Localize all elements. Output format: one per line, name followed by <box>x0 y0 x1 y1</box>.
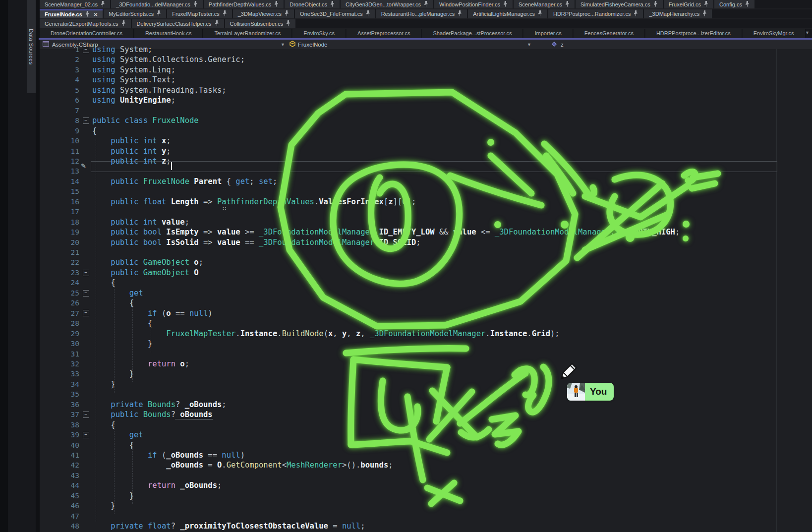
code-line[interactable]: 48 private float? _proximityToClosestObs… <box>40 521 365 532</box>
code-text: public FruxelNode Parent { get; set; } <box>92 177 287 186</box>
presenter-chip: You <box>567 383 614 401</box>
code-line[interactable]: 45 } <box>40 491 134 501</box>
line-number: 31 <box>40 349 79 359</box>
line-number: 23 <box>40 268 79 278</box>
code-text: private float? _proximityToClosestObstac… <box>92 521 365 531</box>
line-number: 41 <box>40 450 79 460</box>
code-line[interactable]: 32 return o; <box>40 359 189 369</box>
line-number: 12 <box>40 156 79 166</box>
code-line[interactable]: 38 { <box>40 419 116 430</box>
ide-window: Data Sources SceneManager_02.cs_3DFounda… <box>0 0 812 532</box>
line-number: 39 <box>40 430 79 440</box>
code-line[interactable]: 39− get <box>40 430 143 440</box>
code-line[interactable]: 10 public int x; <box>40 136 171 146</box>
data-sources-panel-tab[interactable]: Data Sources <box>27 0 36 93</box>
code-line[interactable]: 23− public GameObject O <box>40 268 199 278</box>
code-line[interactable]: 41 if (_oBounds == null) <box>40 450 245 461</box>
code-line[interactable]: 24 { <box>40 278 116 288</box>
code-line[interactable]: 17 <box>40 207 92 217</box>
code-line[interactable]: 4using System.Text; <box>40 75 175 85</box>
code-line[interactable]: 9{ <box>40 125 97 136</box>
code-line[interactable]: 26 { <box>40 298 134 308</box>
code-text: public int value; <box>92 217 189 227</box>
code-text: using System.Collections.Generic; <box>92 55 245 64</box>
code-line[interactable]: 15 <box>40 186 92 197</box>
line-number: 28 <box>40 318 79 328</box>
code-text: public int x; <box>92 136 171 146</box>
line-number: 29 <box>40 329 79 339</box>
indent-guide <box>132 444 133 504</box>
line-number: 10 <box>40 136 79 146</box>
code-line[interactable]: 33 } <box>40 369 134 379</box>
code-text: public bool IsEmpty => value >= _3DFound… <box>92 227 680 237</box>
code-line[interactable]: 34 } <box>40 379 116 390</box>
line-number: 42 <box>40 460 79 470</box>
code-line[interactable]: 11 public int y; <box>40 146 171 156</box>
code-line[interactable]: 14 public FruxelNode Parent { get; set; … <box>40 177 287 187</box>
code-line[interactable]: 21 <box>40 247 92 258</box>
line-number: 4 <box>40 75 79 85</box>
fold-collapse-icon[interactable]: − <box>83 310 89 316</box>
code-text: using System.Threading.Tasks; <box>92 85 227 95</box>
code-line[interactable]: 25− get <box>40 288 143 298</box>
code-line[interactable]: 19 public bool IsEmpty => value >= _3DFo… <box>40 227 680 237</box>
code-line[interactable]: 27− if (o == null) <box>40 308 213 318</box>
fold-collapse-icon[interactable]: − <box>83 270 89 276</box>
code-text: return _oBounds; <box>92 480 222 490</box>
code-line[interactable]: 29 FruxelMapTester.Instance.BuildNode(x,… <box>40 328 560 339</box>
code-line[interactable]: 1−using System; <box>40 45 152 55</box>
code-line[interactable]: 18 public int value; <box>40 217 189 227</box>
code-text: public GameObject O <box>92 268 199 278</box>
code-text: FruxelMapTester.Instance.BuildNode(x, y,… <box>92 329 560 339</box>
fold-collapse-icon[interactable]: − <box>83 432 89 438</box>
code-line[interactable]: 44 return _oBounds; <box>40 480 222 491</box>
line-number: 22 <box>40 257 79 267</box>
code-text: using System.Text; <box>92 75 175 85</box>
code-line[interactable]: 37− public Bounds? oBounds <box>40 410 213 420</box>
code-line[interactable]: 36 private Bounds? _oBounds; <box>40 400 227 410</box>
code-line[interactable]: 46 } <box>40 501 116 511</box>
fold-collapse-icon[interactable]: − <box>83 412 89 418</box>
code-text: public Bounds? oBounds <box>92 410 213 419</box>
indent-guide <box>114 282 115 393</box>
line-number: 46 <box>40 501 79 511</box>
code-line[interactable]: 40 { <box>40 440 134 450</box>
code-line[interactable]: 6using UnityEngine; <box>40 95 175 106</box>
code-line[interactable]: 20 public bool IsSolid => value == _3DFo… <box>40 237 421 247</box>
code-line[interactable]: 42 _oBounds = O.GetComponent<MeshRendere… <box>40 460 393 471</box>
code-line[interactable]: 2using System.Collections.Generic; <box>40 55 245 65</box>
line-number: 2 <box>40 55 79 64</box>
fold-collapse-icon[interactable]: − <box>83 47 89 53</box>
code-text: { <box>92 318 152 328</box>
fold-collapse-icon[interactable]: − <box>83 118 89 124</box>
code-line[interactable]: 12 public int z; <box>40 156 171 167</box>
code-line[interactable]: 47 <box>40 511 92 521</box>
line-number: 25 <box>40 288 79 298</box>
line-number: 47 <box>40 511 79 521</box>
code-line[interactable]: 7 <box>40 105 92 116</box>
code-line[interactable]: 3using System.Linq; <box>40 65 175 75</box>
line-number: 34 <box>40 379 79 389</box>
code-line[interactable]: 43 <box>40 471 92 481</box>
line-number: 8 <box>40 116 79 125</box>
line-number: 6 <box>40 95 79 105</box>
code-text: } <box>92 491 134 501</box>
line-number: 44 <box>40 480 79 490</box>
line-number: 5 <box>40 85 79 95</box>
line-number: 32 <box>40 359 79 369</box>
code-line[interactable]: 22 public GameObject o; <box>40 257 203 268</box>
presenter-name: You <box>585 386 614 397</box>
code-line[interactable]: 8−public class FruxelNode <box>40 116 199 126</box>
fold-collapse-icon[interactable]: − <box>83 290 89 296</box>
code-text: using UnityEngine; <box>92 95 175 105</box>
gutter-edit-pencil-icon: ✎ <box>81 162 86 170</box>
code-text: public GameObject o; <box>92 257 203 267</box>
code-line[interactable]: 5using System.Threading.Tasks; <box>40 85 227 96</box>
code-text: public int z; <box>92 156 171 166</box>
code-text: public class FruxelNode <box>92 116 199 125</box>
indent-guide <box>132 302 133 382</box>
code-text: get <box>92 430 143 440</box>
code-layer: 1−using System;2using System.Collections… <box>40 0 812 532</box>
code-line[interactable]: 35 <box>40 389 92 400</box>
code-line[interactable]: 31 <box>40 349 92 359</box>
